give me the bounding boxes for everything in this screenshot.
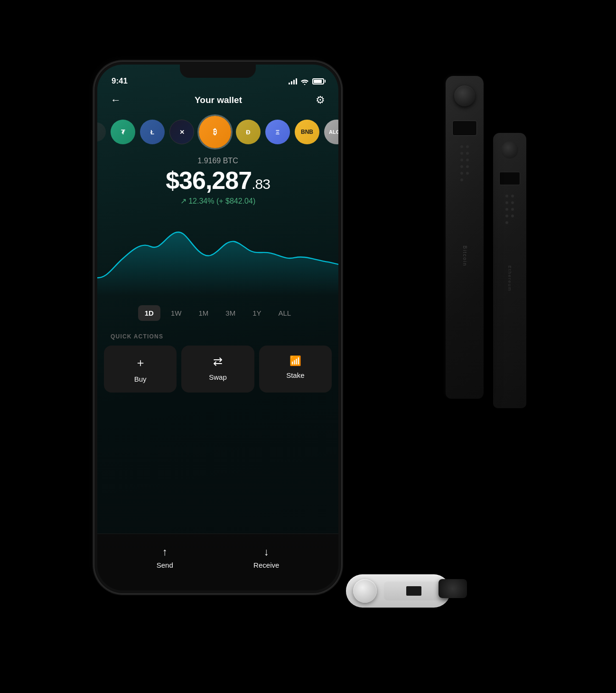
ledger-nano-s [346,574,450,608]
nano-x-1-button [454,85,475,106]
send-label: Send [157,561,173,569]
coin-ethereum[interactable]: Ξ [265,120,290,144]
app-header: ← Your wallet ⚙ [97,89,338,111]
balance-change-usd: (+ $842.04) [216,197,255,205]
phone-screen: 9:41 ← [97,65,338,590]
phone-device: 9:41 ← [94,62,341,593]
status-icons [289,78,324,84]
nano-x-2-label: Ethereum [507,265,512,291]
scene: 9:41 ← [71,38,545,655]
nano-x-2-screen [499,172,520,185]
time-1y[interactable]: 1Y [246,305,268,321]
phone-notch [180,62,256,78]
coin-bitcoin[interactable]: ₿ [199,116,231,148]
price-chart [97,206,338,300]
balance-usd-main: $36,287 [166,167,252,194]
nano-x-2-button [501,141,518,159]
nano-s-connector [439,579,467,598]
coin-partial[interactable] [97,122,106,141]
receive-label: Receive [253,561,279,569]
balance-crypto: 1.9169 BTC [107,157,329,165]
bottom-bar: ↑ Send ↓ Receive [97,534,338,590]
settings-button[interactable]: ⚙ [316,94,325,106]
swap-icon: ⇄ [213,355,223,368]
buy-icon: ＋ [135,355,146,370]
coin-carousel: ₮ Ł ✕ ₿ Ð Ξ BNB ALGO [97,111,338,153]
balance-section: 1.9169 BTC $36,287.83 ↗ 12.34% (+ $842.0… [97,153,338,206]
wifi-icon [301,78,308,84]
nano-x-1-label: Bitcoin [462,245,467,266]
coin-algo[interactable]: ALGO [324,120,338,144]
time-selector: 1D 1W 1M 3M 1Y ALL [97,300,338,326]
battery-icon [312,78,324,84]
buy-label: Buy [134,375,147,383]
balance-usd: $36,287.83 [107,168,329,193]
receive-icon: ↓ [264,546,269,558]
time-1w[interactable]: 1W [164,305,188,321]
swap-label: Swap [209,373,227,381]
nano-s-body [384,581,443,600]
time-all[interactable]: ALL [272,305,298,321]
time-3m[interactable]: 3M [219,305,242,321]
nano-x-1-controls [460,145,469,181]
page-title: Your wallet [195,95,242,105]
nano-x-2-controls [505,195,514,224]
balance-change-percent: ↗ 12.34% [180,197,215,205]
back-button[interactable]: ← [111,94,121,106]
send-icon: ↑ [162,546,168,558]
stake-button[interactable]: 📶 Stake [259,346,332,393]
quick-actions: ＋ Buy ⇄ Swap 📶 Stake [97,346,338,393]
swap-button[interactable]: ⇄ Swap [181,346,254,393]
time-1d[interactable]: 1D [138,305,160,321]
ledger-nano-x-2: Ethereum [493,133,526,408]
coin-litecoin[interactable]: Ł [140,120,165,144]
time-1m[interactable]: 1M [192,305,215,321]
signal-icon [289,78,297,84]
balance-usd-cents: .83 [252,176,270,192]
stake-label: Stake [286,371,304,379]
buy-button[interactable]: ＋ Buy [104,346,177,393]
nano-x-1-screen [452,121,477,136]
send-button[interactable]: ↑ Send [157,546,173,569]
ledger-nano-x-1: Bitcoin [446,76,484,399]
coin-tether[interactable]: ₮ [111,120,135,144]
coin-bnb[interactable]: BNB [295,120,319,144]
balance-change: ↗ 12.34% (+ $842.04) [107,197,329,206]
stake-icon: 📶 [289,355,301,366]
coin-xrp[interactable]: ✕ [169,120,194,144]
receive-button[interactable]: ↓ Receive [253,546,279,569]
quick-actions-label: QUICK ACTIONS [97,326,338,346]
nano-s-screen [406,586,421,596]
nano-s-button [353,579,377,603]
coin-doge[interactable]: Ð [236,120,261,144]
status-time: 9:41 [112,76,128,86]
